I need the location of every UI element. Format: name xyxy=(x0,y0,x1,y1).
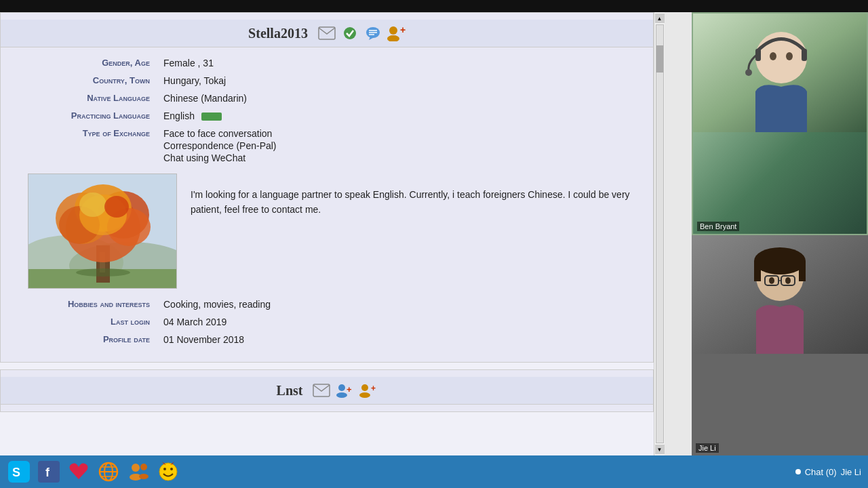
chat-user: Jie Li xyxy=(841,467,861,477)
video-panel-ben: Ben Bryant xyxy=(692,12,868,235)
profile-username: Stella2013 xyxy=(248,26,308,41)
svg-rect-44 xyxy=(799,261,806,281)
svg-point-23 xyxy=(79,192,106,217)
right-panel: ↖ xyxy=(665,12,868,455)
svg-point-1 xyxy=(344,27,356,39)
profile-bio: I'm looking for a language partner to sp… xyxy=(191,174,639,218)
chat-status-dot xyxy=(795,469,801,474)
svg-point-7 xyxy=(389,26,397,35)
svg-point-42 xyxy=(754,247,806,274)
profile2-header-icons: + + xyxy=(312,381,377,400)
add-friend-icon[interactable]: + xyxy=(387,24,406,43)
profile-header: Stella2013 xyxy=(1,20,653,47)
svg-point-30 xyxy=(361,384,368,391)
chat-info: Chat (0) Jie Li xyxy=(795,467,861,477)
svg-point-25 xyxy=(76,268,130,277)
svg-point-61 xyxy=(140,464,147,470)
chat-icon[interactable] xyxy=(363,24,382,43)
last-login-row: Last login 04 March 2019 xyxy=(14,313,639,331)
native-lang-label: Native Language xyxy=(14,93,163,103)
exchange-type-label: Type of Exchange xyxy=(14,128,163,138)
profile2-message-icon[interactable] xyxy=(312,381,331,400)
profile-card-lnst: Lnst + xyxy=(0,369,654,412)
practicing-lang-row: Practicing Language English xyxy=(14,107,639,125)
profile-date-row: Profile date 01 November 2018 xyxy=(14,331,639,348)
svg-point-48 xyxy=(769,277,774,284)
svg-point-38 xyxy=(786,52,793,60)
profile-card-stella: Stella2013 xyxy=(0,12,654,363)
svg-point-31 xyxy=(359,392,370,398)
profile-content: I'm looking for a language partner to sp… xyxy=(14,167,639,296)
video-panels: Ben Bryant xyxy=(692,12,868,455)
exchange-type-values: Face to face conversation Correspondence… xyxy=(163,128,639,163)
gender-age-value: Female , 31 xyxy=(163,58,639,68)
scroll-up-arrow[interactable]: ▲ xyxy=(655,14,665,23)
profile-tree-image xyxy=(28,174,177,289)
svg-point-62 xyxy=(139,474,149,479)
country-value: Hungary, Tokaj xyxy=(163,75,639,86)
header-icons: + xyxy=(317,24,406,43)
exchange-type-row: Type of Exchange Face to face conversati… xyxy=(14,125,639,167)
last-login-label: Last login xyxy=(14,317,163,327)
skype-icon[interactable]: S xyxy=(7,460,31,484)
gender-age-row: Gender, Age Female , 31 xyxy=(14,54,639,72)
svg-rect-36 xyxy=(802,49,807,61)
hobbies-row: Hobbies and interests Cooking, movies, r… xyxy=(14,296,639,313)
facebook-icon[interactable]: f xyxy=(37,460,61,484)
profile2-username: Lnst xyxy=(277,383,303,399)
profile-image-container xyxy=(28,174,177,289)
bottom-toolbar: S f xyxy=(0,455,868,488)
people-icon[interactable] xyxy=(126,460,151,484)
heart-icon[interactable] xyxy=(66,460,91,484)
svg-rect-43 xyxy=(754,261,761,281)
native-lang-value: Chinese (Mandarin) xyxy=(163,93,639,104)
svg-point-8 xyxy=(387,35,399,41)
profile-body: Gender, Age Female , 31 Country, Town Hu… xyxy=(1,47,653,355)
hobbies-label: Hobbies and interests xyxy=(14,299,163,309)
profile2-add-icon[interactable]: + xyxy=(335,381,354,400)
practicing-lang-label: Practicing Language xyxy=(14,110,163,121)
globe-icon[interactable] xyxy=(96,460,121,484)
chat-label: Chat (0) xyxy=(805,467,837,477)
svg-point-63 xyxy=(159,463,177,481)
svg-point-37 xyxy=(770,52,776,60)
profile-date-value: 01 November 2018 xyxy=(163,334,639,345)
profile2-header: Lnst + xyxy=(1,377,653,405)
message-icon[interactable] xyxy=(317,24,336,43)
video-label-ben: Ben Bryant xyxy=(697,222,739,231)
svg-point-27 xyxy=(338,384,345,391)
svg-point-59 xyxy=(132,464,140,472)
svg-point-24 xyxy=(104,196,129,218)
svg-point-39 xyxy=(745,69,752,76)
video-label-jie: Jie Li xyxy=(696,443,719,453)
video-panel-jie: Jie Li xyxy=(692,235,868,455)
svg-text:f: f xyxy=(45,466,50,479)
svg-rect-26 xyxy=(313,384,330,396)
scroll-thumb[interactable] xyxy=(656,45,663,73)
smiley-icon[interactable] xyxy=(156,460,180,484)
exchange-type-2: Correspondence (Pen-Pal) xyxy=(163,140,639,151)
hobbies-value: Cooking, movies, reading xyxy=(163,299,639,310)
country-row: Country, Town Hungary, Tokaj xyxy=(14,72,639,89)
country-label: Country, Town xyxy=(14,75,163,85)
gender-age-label: Gender, Age xyxy=(14,58,163,68)
last-login-value: 04 March 2019 xyxy=(163,317,639,327)
svg-point-65 xyxy=(170,468,173,470)
svg-rect-0 xyxy=(319,27,335,39)
exchange-type-1: Face to face conversation xyxy=(163,128,639,139)
profile-date-label: Profile date xyxy=(14,334,163,344)
practicing-lang-value: English xyxy=(163,110,639,121)
scroll-down-arrow[interactable]: ▼ xyxy=(655,445,665,454)
svg-point-28 xyxy=(336,392,347,398)
svg-text:+: + xyxy=(400,25,406,35)
svg-point-64 xyxy=(163,468,166,470)
native-lang-row: Native Language Chinese (Mandarin) xyxy=(14,89,639,107)
svg-point-49 xyxy=(785,277,791,284)
lang-level-badge xyxy=(201,113,222,121)
svg-text:+: + xyxy=(347,384,352,394)
scroll-track[interactable] xyxy=(656,24,664,443)
profile2-people-icon[interactable]: + xyxy=(358,381,377,400)
profile-scrollbar[interactable]: ▲ ▼ xyxy=(654,12,665,455)
svg-text:S: S xyxy=(12,466,20,479)
checkmark-icon[interactable] xyxy=(340,24,359,43)
